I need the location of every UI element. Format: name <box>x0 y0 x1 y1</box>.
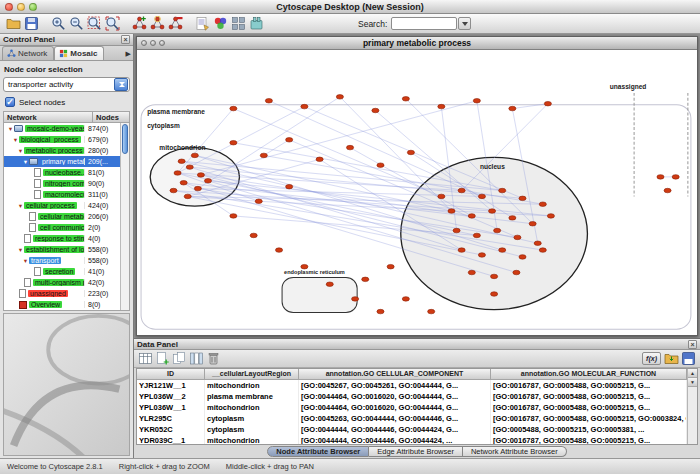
network-node[interactable] <box>326 282 333 286</box>
expander-icon[interactable]: ▼ <box>22 258 29 264</box>
search-input[interactable] <box>391 17 457 30</box>
network-node[interactable] <box>377 163 384 167</box>
save-icon[interactable] <box>23 15 40 32</box>
network-node[interactable] <box>346 145 353 149</box>
search-options-arrow[interactable] <box>458 17 471 30</box>
minimize-window-button[interactable] <box>17 3 25 11</box>
network-node[interactable] <box>178 159 185 163</box>
network-node[interactable] <box>230 140 237 144</box>
zoom-window-button[interactable] <box>29 3 37 11</box>
vizmapper-icon[interactable] <box>212 15 229 32</box>
tab-network-attribute-browser[interactable]: Network Attribute Browser <box>463 446 567 457</box>
import-attributes-icon[interactable] <box>663 351 679 367</box>
scroll-down-icon[interactable]: ▼ <box>688 378 697 387</box>
table-row[interactable]: YPL036W__2plasma membrane[GO:0044464, GO… <box>137 391 687 402</box>
network-overview-thumbnail[interactable] <box>3 313 130 456</box>
annotation-icon[interactable] <box>194 15 211 32</box>
column-header[interactable]: __cellularLayoutRegion <box>205 369 299 379</box>
network-node[interactable] <box>402 297 409 301</box>
network-node[interactable] <box>534 241 541 245</box>
tree-row[interactable]: nitrogen compo...90(0) <box>4 178 120 189</box>
network-node[interactable] <box>428 309 435 313</box>
tree-row[interactable]: ▼biological_process679(0) <box>4 134 120 145</box>
tree-row[interactable]: cellular metabo...206(0) <box>4 211 120 222</box>
network-node[interactable] <box>458 248 465 252</box>
network-node[interactable] <box>191 153 198 157</box>
network-node[interactable] <box>387 264 394 268</box>
delete-attribute-icon[interactable] <box>205 351 221 367</box>
table-row[interactable]: YPL036W__1mitochondrion[GO:0044464, GO:0… <box>137 402 687 413</box>
network-node[interactable] <box>468 214 475 218</box>
control-panel-close-icon[interactable]: × <box>121 35 130 44</box>
new-network-icon[interactable] <box>131 15 148 32</box>
network-node[interactable] <box>519 196 526 200</box>
columns-icon[interactable] <box>188 351 204 367</box>
network-node[interactable] <box>194 186 201 190</box>
zoom-fit-icon[interactable] <box>104 15 121 32</box>
tabs-overflow-arrow[interactable]: ▶ <box>126 50 131 60</box>
network-node[interactable] <box>336 95 343 99</box>
tree-scrollbar[interactable] <box>120 123 129 310</box>
network-node[interactable] <box>260 153 267 157</box>
network-node[interactable] <box>230 214 237 218</box>
export-attributes-icon[interactable] <box>680 351 696 367</box>
network-node[interactable] <box>539 248 546 252</box>
network-node[interactable] <box>377 309 384 313</box>
tree-row[interactable]: cell communicat...2(0) <box>4 222 120 233</box>
column-header[interactable]: ID <box>137 369 205 379</box>
network-node[interactable] <box>301 104 308 108</box>
close-window-button[interactable] <box>5 3 13 11</box>
plugins-icon[interactable] <box>248 15 265 32</box>
network-node[interactable] <box>275 248 282 252</box>
table-row[interactable]: YJR121W__1mitochondrion[GO:0045267, GO:0… <box>137 380 687 391</box>
tree-row[interactable]: multi-organism pro...42(0) <box>4 277 120 288</box>
network-node[interactable] <box>180 180 187 184</box>
zoom-in-icon[interactable] <box>50 15 67 32</box>
frame-close-button[interactable] <box>141 40 147 46</box>
tab-mosaic[interactable]: Mosaic <box>54 46 104 60</box>
frame-minimize-button[interactable] <box>150 40 156 46</box>
tab-network[interactable]: Network <box>2 46 54 60</box>
zoom-out-icon[interactable] <box>68 15 85 32</box>
table-scrollbar[interactable]: ▲ ▼ <box>687 369 697 444</box>
tree-row[interactable]: unassigned223(0) <box>4 288 120 299</box>
tree-row[interactable]: ▼cellular process424(0) <box>4 200 120 211</box>
tree-row[interactable]: secretion41(0) <box>4 266 120 277</box>
expander-icon[interactable]: ▼ <box>17 148 24 154</box>
network-node[interactable] <box>438 104 445 108</box>
network-canvas[interactable]: plasma membrane cytoplasm mitochondrion … <box>137 50 697 335</box>
expander-icon[interactable]: ▼ <box>17 247 24 253</box>
network-node[interactable] <box>509 106 516 110</box>
network-node[interactable] <box>664 188 671 192</box>
tree-row[interactable]: macromolecule...311(0) <box>4 189 120 200</box>
expander-icon[interactable]: ▼ <box>17 203 24 209</box>
network-node[interactable] <box>491 292 498 296</box>
network-node[interactable] <box>513 270 520 274</box>
network-node[interactable] <box>402 97 409 101</box>
network-node[interactable] <box>184 194 191 198</box>
copy-attribute-icon[interactable] <box>171 351 187 367</box>
network-node[interactable] <box>170 188 177 192</box>
network-node[interactable] <box>672 175 679 179</box>
network-node[interactable] <box>265 99 272 103</box>
network-node[interactable] <box>407 150 414 154</box>
select-nodes-checkbox[interactable]: ✓ <box>5 97 15 107</box>
network-node[interactable] <box>519 255 526 259</box>
expander-icon[interactable]: ▼ <box>12 137 19 143</box>
network-node[interactable] <box>468 270 475 274</box>
data-panel-close-icon[interactable]: × <box>688 340 697 349</box>
network-node[interactable] <box>489 209 496 213</box>
create-attribute-icon[interactable] <box>154 351 170 367</box>
network-node[interactable] <box>372 108 379 112</box>
hide-selected-icon[interactable] <box>167 15 184 32</box>
network-node[interactable] <box>547 214 554 218</box>
column-header[interactable]: annotation.GO CELLULAR_COMPONENT <box>299 369 491 379</box>
table-row[interactable]: YDR039C__1mitochondrion[GO:0044444, GO:0… <box>137 435 687 445</box>
nodes-column-header[interactable]: Nodes <box>93 112 129 122</box>
table-row[interactable]: YKR052Ccytoplasm[GO:0044444, GO:0044446,… <box>137 424 687 435</box>
network-node[interactable] <box>204 179 211 183</box>
tree-row[interactable]: ▼primary metabo...209(... <box>4 156 120 167</box>
network-node[interactable] <box>539 202 546 206</box>
zoom-selected-icon[interactable] <box>86 15 103 32</box>
network-node[interactable] <box>174 171 181 175</box>
